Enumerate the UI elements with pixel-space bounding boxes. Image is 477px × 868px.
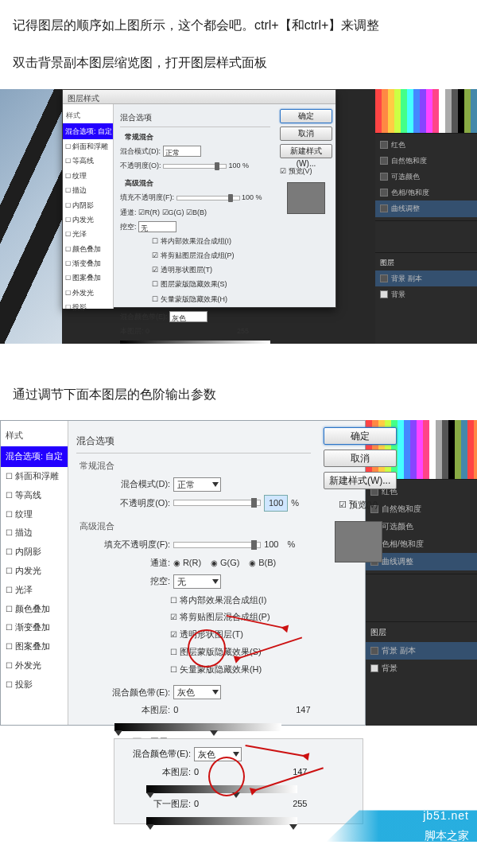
under-layer-blend[interactable] bbox=[146, 817, 297, 825]
fill-slider[interactable] bbox=[176, 196, 240, 200]
style-item[interactable]: 斜面和浮雕 bbox=[63, 139, 113, 154]
channel-b[interactable]: B(B) bbox=[249, 555, 276, 571]
style-item[interactable]: 斜面和浮雕 bbox=[1, 467, 68, 486]
section-blend: 混合选项 bbox=[120, 109, 270, 127]
style-item[interactable]: 投影 bbox=[1, 675, 68, 695]
panel-gap bbox=[375, 220, 477, 252]
layer-row-selected[interactable]: 背景 副本 bbox=[375, 271, 477, 286]
cancel-button[interactable]: 取消 bbox=[280, 127, 332, 141]
style-item[interactable]: 颜色叠加 bbox=[63, 242, 113, 256]
style-item[interactable]: 渐变叠加 bbox=[1, 618, 68, 637]
style-item[interactable]: 内阴影 bbox=[63, 198, 113, 212]
layer-style-dialog: 样式 混合选项: 自定 斜面和浮雕 等高线 纹理 描边 内阴影 内发光 光泽 颜… bbox=[0, 420, 366, 726]
adv-opt[interactable]: 将剪贴图层混合成组(P) bbox=[76, 609, 310, 626]
styles-header: 样式 bbox=[63, 107, 113, 123]
style-item[interactable]: 纹理 bbox=[63, 169, 113, 183]
blend-mode-dropdown[interactable]: 正常 bbox=[163, 146, 201, 157]
style-item[interactable]: 内发光 bbox=[1, 562, 68, 581]
layers-panel: 图层 背景 副本 背景 bbox=[375, 252, 477, 306]
style-item[interactable]: 纹理 bbox=[1, 505, 68, 524]
dialog-title: 图层样式 bbox=[63, 90, 335, 104]
section-adv: 高级混合 bbox=[76, 514, 310, 535]
blendif-dropdown[interactable]: 灰色 bbox=[173, 685, 221, 699]
style-item[interactable]: 投影 bbox=[63, 300, 113, 314]
style-item[interactable]: 描边 bbox=[1, 524, 68, 543]
new-style-button[interactable]: 新建样式(W)... bbox=[324, 472, 397, 489]
style-item[interactable]: 外发光 bbox=[1, 656, 68, 675]
knockout-dropdown[interactable]: 无 bbox=[173, 574, 221, 589]
styles-header: 样式 bbox=[1, 426, 68, 446]
adv-opt[interactable]: 矢量蒙版隐藏效果(H) bbox=[76, 661, 310, 679]
opacity-slider[interactable] bbox=[173, 500, 261, 506]
style-item[interactable]: 内阴影 bbox=[1, 543, 68, 562]
adv-opt[interactable]: 将内部效果混合成组(I) bbox=[76, 592, 310, 609]
dialog-right: 确定 取消 新建样式(W)... ☑ 预览(V) bbox=[319, 421, 398, 725]
dialog-right: 确定 取消 新建样式(W)... ☑ 预览(V) bbox=[277, 104, 335, 309]
layer-style-dialog: 图层样式 样式 混合选项: 自定 斜面和浮雕 等高线 纹理 描边 内阴影 内发光… bbox=[62, 89, 336, 308]
style-item[interactable]: 颜色叠加 bbox=[1, 600, 68, 619]
channel-g[interactable]: G(G) bbox=[211, 555, 239, 571]
cancel-button[interactable]: 取消 bbox=[324, 450, 397, 467]
dialog-center: 混合选项 常规混合 混合模式(D):正常 不透明度(O):100% 高级混合 填… bbox=[68, 421, 318, 725]
layer-row-selected[interactable]: 曲线调整 bbox=[375, 200, 477, 216]
knockout-dropdown[interactable]: 无 bbox=[138, 221, 176, 232]
style-blend-options[interactable]: 混合选项: 自定 bbox=[63, 123, 113, 139]
layer-row[interactable]: 自然饱和度 bbox=[380, 153, 472, 169]
layer-row[interactable]: 背景 bbox=[380, 286, 472, 302]
layer-row[interactable]: 可选颜色 bbox=[380, 169, 472, 185]
style-item[interactable]: 光泽 bbox=[1, 581, 68, 600]
style-item[interactable]: 图案叠加 bbox=[1, 637, 68, 656]
blendif-dropdown[interactable]: 灰色 bbox=[169, 311, 207, 322]
ok-button[interactable]: 确定 bbox=[324, 427, 397, 445]
style-blend-options[interactable]: 混合选项: 自定 bbox=[1, 446, 68, 467]
style-item[interactable]: 等高线 bbox=[1, 486, 68, 505]
style-item[interactable]: 描边 bbox=[63, 183, 113, 197]
watermark-url: jb51.net bbox=[423, 806, 469, 826]
adjustments-panel: 红色 自然饱和度 可选颜色 色相/饱和度 曲线调整 bbox=[375, 133, 477, 220]
styles-list[interactable]: 样式 混合选项: 自定 斜面和浮雕 等高线 纹理 描边 内阴影 内发光 光泽 颜… bbox=[63, 104, 114, 309]
section-blend: 混合选项 bbox=[76, 430, 310, 453]
new-style-button[interactable]: 新建样式(W)... bbox=[280, 144, 332, 158]
style-item[interactable]: 光泽 bbox=[63, 227, 113, 241]
paragraph-3: 通过调节下面本图层的色阶输出参数 bbox=[13, 383, 464, 407]
style-item[interactable]: 内发光 bbox=[63, 212, 113, 227]
opacity-value[interactable]: 100 bbox=[264, 495, 288, 512]
swatches-panel[interactable] bbox=[375, 89, 477, 133]
fill-slider[interactable] bbox=[173, 542, 261, 548]
dialog-center: 混合选项 常规混合 混合模式(D): 正常 不透明度(O): 100 % 高级混… bbox=[114, 104, 277, 309]
style-item[interactable]: 图案叠加 bbox=[63, 271, 113, 285]
paragraph-1: 记得图层的顺序如上图所示，这个都会吧。ctrl+【和ctrl+】来调整 bbox=[13, 14, 464, 37]
channel-r[interactable]: R(R) bbox=[173, 555, 201, 571]
ok-button[interactable]: 确定 bbox=[280, 109, 332, 123]
layer-row[interactable]: 红色 bbox=[380, 137, 472, 153]
section-general: 常规混合 bbox=[76, 458, 310, 474]
paragraph-2: 双击背景副本图层缩览图，打开图层样式面板 bbox=[13, 52, 464, 75]
blend-mode-dropdown[interactable]: 正常 bbox=[173, 477, 221, 492]
ps-right-panels: 红色 自然饱和度 可选颜色 色相/饱和度 曲线调整 图层 背景 副本 背景 bbox=[375, 89, 477, 344]
opacity-slider[interactable] bbox=[163, 164, 227, 169]
preview-swatch bbox=[335, 521, 382, 562]
section-general: 常规混合 bbox=[125, 133, 153, 141]
preview-swatch bbox=[287, 182, 325, 214]
layer-row[interactable]: 色相/饱和度 bbox=[380, 185, 472, 200]
screenshot-3: 混合颜色带(E):灰色 本图层:0147 下一图层:0255 bbox=[114, 738, 363, 824]
layers-tab[interactable]: 图层 bbox=[380, 256, 472, 271]
style-item[interactable]: 外发光 bbox=[63, 286, 113, 300]
watermark-name: 脚本之家 bbox=[425, 826, 469, 842]
style-item[interactable]: 等高线 bbox=[63, 154, 113, 168]
section-adv: 高级混合 bbox=[125, 179, 153, 187]
this-layer-blend[interactable] bbox=[120, 341, 270, 343]
style-item[interactable]: 渐变叠加 bbox=[63, 256, 113, 271]
screenshot-1: 图层样式 样式 混合选项: 自定 斜面和浮雕 等高线 纹理 描边 内阴影 内发光… bbox=[0, 89, 477, 344]
styles-list[interactable]: 样式 混合选项: 自定 斜面和浮雕 等高线 纹理 描边 内阴影 内发光 光泽 颜… bbox=[1, 421, 68, 725]
preview-check[interactable]: ☑ 预览(V) bbox=[324, 494, 394, 513]
screenshot-2: 样式 混合选项: 自定 斜面和浮雕 等高线 纹理 描边 内阴影 内发光 光泽 颜… bbox=[0, 420, 477, 726]
this-layer-blend[interactable] bbox=[114, 723, 281, 731]
